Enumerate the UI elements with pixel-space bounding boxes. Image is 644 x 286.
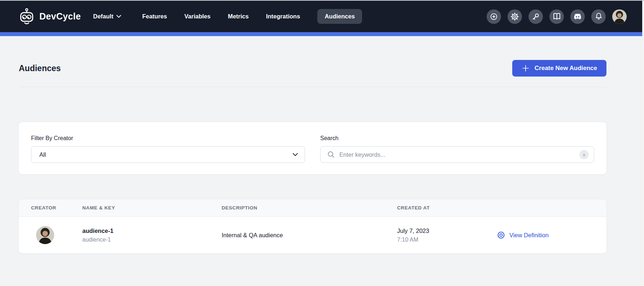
api-keys-button[interactable] bbox=[528, 9, 543, 24]
table-row[interactable]: audience-1 audience-1 Internal & QA audi… bbox=[19, 217, 606, 254]
audience-description: Internal & QA audience bbox=[222, 232, 283, 238]
search-label: Search bbox=[320, 135, 594, 142]
actions-cell: View Definition bbox=[497, 231, 606, 239]
brand-wordmark: DevCycle bbox=[39, 11, 81, 22]
main-content: Audiences Create New Audience Filter By … bbox=[0, 36, 644, 286]
creator-filter-select[interactable]: All bbox=[31, 146, 305, 163]
devcycle-logo[interactable]: DevCycle bbox=[19, 8, 81, 25]
nav-link-integrations[interactable]: Integrations bbox=[266, 9, 300, 24]
discord-button[interactable] bbox=[570, 9, 585, 24]
search-icon bbox=[327, 151, 335, 159]
create-new-audience-button[interactable]: Create New Audience bbox=[512, 60, 606, 77]
book-icon bbox=[552, 12, 561, 21]
plus-circle-icon bbox=[489, 12, 498, 21]
search-group: Search x bbox=[320, 135, 594, 163]
search-box: x bbox=[320, 146, 594, 163]
page-title: Audiences bbox=[19, 64, 61, 73]
chevron-down-icon bbox=[116, 15, 121, 18]
view-definition-link[interactable]: View Definition bbox=[497, 231, 606, 239]
column-header-description: DESCRIPTION bbox=[222, 205, 397, 211]
creator-filter-group: Filter By Creator All bbox=[31, 135, 305, 163]
user-avatar[interactable] bbox=[612, 9, 627, 24]
window-top-edge bbox=[0, 0, 644, 1]
discord-icon bbox=[573, 12, 582, 21]
audiences-table: CREATOR NAME & KEY DESCRIPTION CREATED A… bbox=[19, 199, 606, 254]
clear-x-icon: x bbox=[583, 152, 586, 157]
created-time: 7:10 AM bbox=[397, 235, 497, 244]
notifications-button[interactable] bbox=[591, 9, 606, 24]
created-date: July 7, 2023 bbox=[397, 226, 497, 236]
filter-card: Filter By Creator All Search bbox=[19, 122, 606, 174]
column-header-created-at: CREATED AT bbox=[397, 205, 497, 211]
primary-nav: Features Variables Metrics Integrations … bbox=[142, 9, 362, 24]
nav-link-features[interactable]: Features bbox=[142, 9, 167, 24]
column-header-name-key: NAME & KEY bbox=[82, 205, 222, 211]
nav-link-audiences[interactable]: Audiences bbox=[317, 9, 362, 24]
view-definition-label: View Definition bbox=[509, 232, 549, 239]
creator-cell bbox=[19, 226, 82, 244]
nav-link-metrics[interactable]: Metrics bbox=[228, 9, 249, 24]
create-new-audience-label: Create New Audience bbox=[535, 65, 597, 72]
plus-icon bbox=[522, 64, 530, 72]
create-new-button[interactable] bbox=[487, 9, 501, 24]
eye-icon bbox=[497, 231, 505, 239]
creator-filter-value: All bbox=[39, 151, 292, 158]
docs-button[interactable] bbox=[549, 9, 564, 24]
accent-bar bbox=[0, 32, 644, 36]
creator-avatar bbox=[36, 226, 54, 244]
header-divider bbox=[19, 87, 606, 87]
audience-key: audience-1 bbox=[82, 235, 222, 244]
project-selector-dropdown[interactable]: Default bbox=[93, 13, 121, 20]
gear-icon bbox=[510, 12, 519, 21]
devcycle-robot-icon bbox=[19, 8, 35, 25]
table-header-row: CREATOR NAME & KEY DESCRIPTION CREATED A… bbox=[19, 199, 606, 217]
navbar-actions bbox=[487, 9, 627, 24]
created-at-cell: July 7, 2023 7:10 AM bbox=[397, 226, 497, 244]
nav-link-variables[interactable]: Variables bbox=[184, 9, 210, 24]
window-right-edge bbox=[642, 1, 644, 286]
column-header-creator: CREATOR bbox=[19, 205, 82, 211]
description-cell: Internal & QA audience bbox=[222, 232, 397, 239]
page-header: Audiences Create New Audience bbox=[19, 60, 606, 77]
chevron-down-icon bbox=[292, 153, 298, 156]
top-navbar: DevCycle Default Features Variables Metr… bbox=[0, 1, 644, 32]
name-key-cell: audience-1 audience-1 bbox=[82, 226, 222, 244]
search-input[interactable] bbox=[339, 151, 579, 158]
clear-search-button[interactable]: x bbox=[579, 150, 589, 159]
audience-name: audience-1 bbox=[82, 226, 222, 236]
key-icon bbox=[531, 12, 540, 21]
creator-filter-label: Filter By Creator bbox=[31, 135, 305, 142]
project-selector-label: Default bbox=[93, 13, 113, 20]
bell-icon bbox=[594, 12, 603, 21]
settings-button[interactable] bbox=[508, 9, 522, 24]
